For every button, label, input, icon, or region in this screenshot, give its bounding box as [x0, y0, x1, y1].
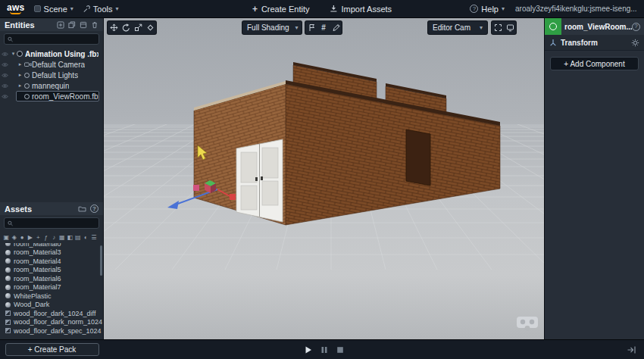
filter-material-icon[interactable]: ●	[18, 234, 27, 241]
tree-row-room-viewroom[interactable]: room_ViewRoom.fbx	[0, 91, 103, 101]
assets-help-icon[interactable]: ?	[90, 204, 98, 213]
inspector-help-icon[interactable]: ?	[632, 23, 640, 31]
material-sphere-icon	[5, 250, 11, 255]
pause-button[interactable]	[319, 345, 330, 355]
filter-pack-icon[interactable]: ▣	[2, 234, 11, 241]
tools-menu[interactable]: Tools ▾	[83, 5, 119, 14]
panel-expand-icon[interactable]	[627, 345, 636, 354]
asset-row[interactable]: room_Material4	[0, 257, 103, 266]
camera-mode-value: Editor Cam	[433, 23, 470, 32]
scene-menu[interactable]: Scene ▾	[34, 5, 73, 14]
delete-entity-icon[interactable]	[91, 21, 98, 29]
asset-row[interactable]: room_Material5	[0, 266, 103, 275]
rotate-tool-button[interactable]	[120, 21, 132, 34]
marker-flag-button[interactable]	[305, 21, 317, 34]
tree-item-label: mannequin	[32, 82, 69, 90]
create-entity-button[interactable]: + Create Entity	[252, 4, 310, 14]
viewport-3d[interactable]: Full Shading ▾ # Editor Cam ▾	[104, 18, 544, 339]
texture-image-icon	[5, 328, 11, 333]
filter-texture-icon[interactable]: ▦	[58, 234, 67, 241]
edit-tool-button[interactable]	[330, 21, 342, 34]
user-account-label[interactable]: aroaly3zeyfi4ikenkglu:jsmee-iseng...	[515, 5, 636, 13]
filter-shader-icon[interactable]: ◐	[82, 234, 90, 241]
group-entity-icon[interactable]	[80, 21, 87, 29]
tree-row-default-lights[interactable]: ▸ Default Lights	[0, 70, 103, 80]
top-menu-bar: aws Scene ▾ Tools ▾ + Create Entity Impo…	[0, 0, 644, 18]
asset-row[interactable]: Wood_Dark	[0, 301, 103, 310]
visibility-eye-icon[interactable]	[0, 52, 9, 57]
filter-misc-icon[interactable]: ☰	[90, 234, 98, 241]
viewport-display-group: #	[305, 21, 342, 34]
assets-search-input[interactable]	[15, 220, 95, 227]
import-icon	[329, 5, 337, 13]
asset-row[interactable]: room_Material3	[0, 248, 103, 258]
entity-tree: ▾ Animation Using .fbx ▸ Default Camera	[0, 47, 103, 101]
filter-rig-icon[interactable]: +	[34, 234, 42, 241]
tree-row-scene-root[interactable]: ▾ Animation Using .fbx	[0, 48, 103, 59]
entities-search-input[interactable]	[15, 36, 95, 43]
grid-toggle-button[interactable]: #	[317, 21, 330, 34]
material-sphere-icon	[5, 285, 11, 290]
visibility-eye-icon[interactable]	[0, 83, 9, 89]
maximize-viewport-button[interactable]	[492, 21, 504, 34]
help-menu[interactable]: ? Help ▾	[470, 5, 505, 14]
add-component-button[interactable]: + Add Component	[550, 57, 639, 70]
import-assets-button[interactable]: Import Assets	[329, 5, 392, 14]
aws-logo[interactable]: aws	[7, 4, 25, 14]
filter-animation-icon[interactable]: ▶	[27, 234, 35, 241]
asset-row[interactable]: wood_floor_dark_1024_diff	[0, 309, 103, 318]
shading-mode-dropdown[interactable]: Full Shading ▾	[242, 21, 302, 34]
stop-button[interactable]	[335, 345, 345, 355]
plus-icon: +	[252, 4, 258, 14]
filter-document-icon[interactable]: ▤	[74, 234, 83, 241]
door-handle	[261, 176, 263, 180]
entities-panel-title: Entities	[5, 20, 57, 30]
scale-tool-button[interactable]	[132, 21, 144, 34]
tree-row-default-camera[interactable]: ▸ Default Camera	[0, 59, 103, 70]
asset-row[interactable]: WhitePlastic	[0, 292, 103, 301]
material-sphere-icon	[5, 302, 11, 307]
caret-right-icon[interactable]: ▸	[17, 83, 23, 89]
caret-down-icon[interactable]: ▾	[10, 51, 17, 57]
visibility-eye-icon[interactable]	[0, 73, 9, 78]
assets-search-box	[4, 217, 99, 229]
tree-row-mannequin[interactable]: ▸ mannequin	[0, 80, 103, 91]
caret-right-icon[interactable]: ▸	[17, 61, 23, 67]
viewport-layout-button[interactable]	[504, 21, 516, 34]
asset-label: room_Material0	[14, 243, 61, 248]
translate-tool-button[interactable]	[108, 21, 120, 34]
asset-label: wood_floor_dark_spec_1024	[14, 327, 102, 335]
visibility-eye-icon[interactable]	[0, 94, 9, 99]
caret-right-icon[interactable]: ▸	[17, 72, 23, 78]
assets-panel-header: Assets ?	[0, 202, 103, 215]
add-entity-icon[interactable]	[57, 21, 64, 29]
asset-list-scrollbar[interactable]	[100, 245, 102, 276]
filter-script-icon[interactable]: ƒ	[42, 234, 51, 241]
asset-row[interactable]: room_Material7	[0, 283, 103, 292]
viewport-canvas[interactable]	[104, 18, 544, 339]
transform-component-row[interactable]: Transform	[545, 35, 644, 51]
asset-list: room_Material0 room_Material3 room_Mater…	[0, 243, 103, 339]
transform-tools-group	[108, 21, 156, 34]
camera-mode-dropdown[interactable]: Editor Cam ▾	[428, 21, 487, 34]
asset-label: wood_floor_dark_1024_diff	[14, 310, 95, 317]
filter-mesh-icon[interactable]: ◈	[11, 234, 19, 241]
duplicate-entity-icon[interactable]	[68, 21, 76, 29]
play-button[interactable]	[303, 345, 314, 355]
snap-tool-button[interactable]	[144, 21, 156, 34]
left-sidebar: Entities	[0, 18, 104, 339]
texture-image-icon	[5, 320, 11, 325]
asset-label: room_Material7	[14, 283, 61, 291]
asset-row[interactable]: room_Material6	[0, 274, 103, 283]
assets-panel-title: Assets	[5, 204, 78, 214]
filter-sound-icon[interactable]: ♪	[50, 234, 58, 241]
asset-row[interactable]: wood_floor_dark_spec_1024	[0, 326, 103, 336]
filter-cubemap-icon[interactable]: ◧	[66, 234, 74, 241]
visibility-eye-icon[interactable]	[0, 62, 9, 67]
gear-icon[interactable]	[631, 39, 639, 47]
asset-row[interactable]: wood_floor_dark_norm_1024	[0, 318, 103, 327]
inspector-panel: room_ViewRoom.... ? Transform + Add Comp…	[544, 18, 644, 339]
create-pack-button[interactable]: + Create Pack	[5, 343, 99, 356]
viewport-view-group	[492, 21, 516, 34]
folder-icon[interactable]	[78, 205, 86, 212]
